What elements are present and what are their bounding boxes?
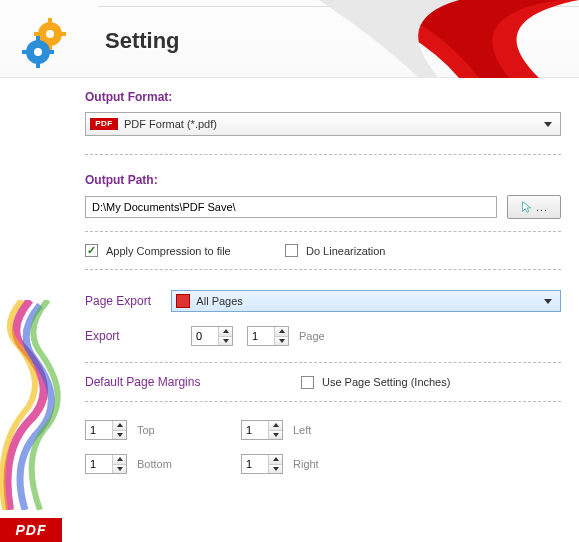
- use-page-setting-checkbox[interactable]: [301, 376, 314, 389]
- svg-point-11: [34, 48, 42, 56]
- svg-rect-1: [48, 18, 52, 24]
- divider: [85, 231, 561, 232]
- apply-compression-checkbox[interactable]: [85, 244, 98, 257]
- margin-left-spinner[interactable]: [241, 420, 283, 440]
- spin-down[interactable]: [269, 465, 282, 474]
- spin-up[interactable]: [113, 455, 126, 465]
- margin-left-input[interactable]: [242, 421, 268, 439]
- export-from-spinner[interactable]: [191, 326, 233, 346]
- margin-left-label: Left: [283, 424, 311, 436]
- export-to-spinner[interactable]: [247, 326, 289, 346]
- page-title: Setting: [105, 28, 180, 54]
- spin-down[interactable]: [113, 431, 126, 440]
- page-export-value: All Pages: [190, 295, 544, 307]
- gear-icon: [20, 14, 76, 70]
- output-path-label: Output Path:: [85, 173, 561, 187]
- spin-up[interactable]: [275, 327, 288, 337]
- spin-up[interactable]: [269, 421, 282, 431]
- output-format-value: PDF Format (*.pdf): [118, 118, 544, 130]
- header: Setting: [0, 0, 579, 78]
- cursor-icon: [520, 200, 534, 214]
- spin-up[interactable]: [269, 455, 282, 465]
- output-path-input[interactable]: [85, 196, 497, 218]
- divider: [85, 154, 561, 155]
- pdf-footer-tag: PDF: [0, 518, 62, 542]
- margin-bottom-label: Bottom: [127, 458, 227, 470]
- margins-label: Default Page Margins: [85, 375, 301, 389]
- export-from-input[interactable]: [192, 327, 218, 345]
- spin-down[interactable]: [275, 337, 288, 346]
- svg-rect-4: [60, 32, 66, 36]
- spin-up[interactable]: [113, 421, 126, 431]
- export-to-input[interactable]: [248, 327, 274, 345]
- margin-right-spinner[interactable]: [241, 454, 283, 474]
- svg-rect-3: [34, 32, 40, 36]
- use-page-setting-label: Use Page Setting (Inches): [322, 376, 450, 388]
- page-export-label: Page Export: [85, 294, 171, 308]
- svg-rect-9: [22, 50, 28, 54]
- output-format-dropdown[interactable]: PDF PDF Format (*.pdf): [85, 112, 561, 136]
- smoke-decor: [0, 300, 70, 510]
- margin-right-label: Right: [283, 458, 319, 470]
- pdf-icon: [176, 294, 190, 308]
- divider: [85, 362, 561, 363]
- chevron-down-icon: [544, 299, 552, 304]
- spin-up[interactable]: [219, 327, 232, 337]
- margin-bottom-input[interactable]: [86, 455, 112, 473]
- pdf-badge-icon: PDF: [90, 118, 118, 130]
- do-linearization-label: Do Linearization: [306, 245, 386, 257]
- browse-button[interactable]: ...: [507, 195, 561, 219]
- apply-compression-label: Apply Compression to file: [106, 245, 231, 257]
- svg-rect-7: [36, 36, 40, 42]
- chevron-down-icon: [544, 122, 552, 127]
- output-format-label: Output Format:: [85, 90, 561, 104]
- spin-down[interactable]: [113, 465, 126, 474]
- do-linearization-checkbox[interactable]: [285, 244, 298, 257]
- margin-top-label: Top: [127, 424, 227, 436]
- content-area: Output Format: PDF PDF Format (*.pdf) Ou…: [85, 90, 561, 474]
- page-unit-label: Page: [299, 330, 325, 342]
- ribbon-decor: [279, 0, 579, 78]
- svg-rect-8: [36, 62, 40, 68]
- divider: [85, 269, 561, 270]
- margin-top-input[interactable]: [86, 421, 112, 439]
- margin-right-input[interactable]: [242, 455, 268, 473]
- margin-top-spinner[interactable]: [85, 420, 127, 440]
- margin-bottom-spinner[interactable]: [85, 454, 127, 474]
- spin-down[interactable]: [219, 337, 232, 346]
- svg-point-5: [46, 30, 54, 38]
- export-range-label: Export: [85, 329, 191, 343]
- divider: [85, 401, 561, 402]
- page-export-dropdown[interactable]: All Pages: [171, 290, 561, 312]
- svg-rect-10: [48, 50, 54, 54]
- spin-down[interactable]: [269, 431, 282, 440]
